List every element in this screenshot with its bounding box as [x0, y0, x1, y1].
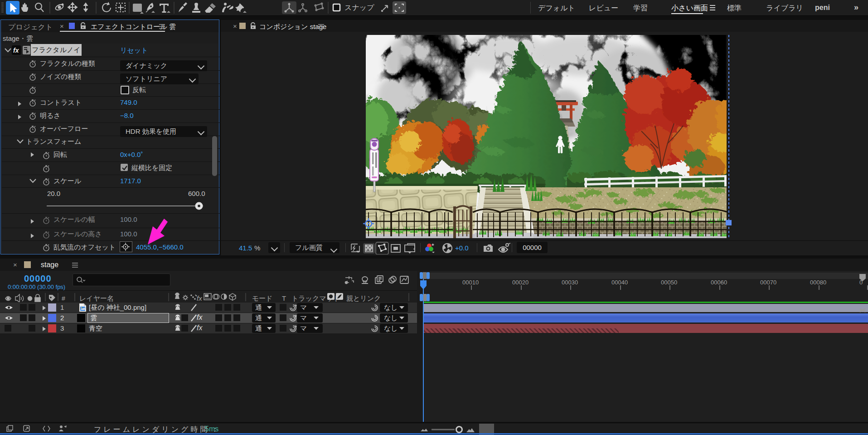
svg-text:fx: fx [13, 47, 19, 54]
svg-text:#: # [62, 295, 65, 302]
svg-text:モード: モード [252, 294, 273, 302]
svg-text:fx: fx [197, 294, 202, 302]
svg-text:T: T [282, 294, 286, 302]
svg-text:親とリンク: 親とリンク [346, 294, 381, 302]
svg-text:レイヤー名: レイヤー名 [79, 294, 114, 302]
